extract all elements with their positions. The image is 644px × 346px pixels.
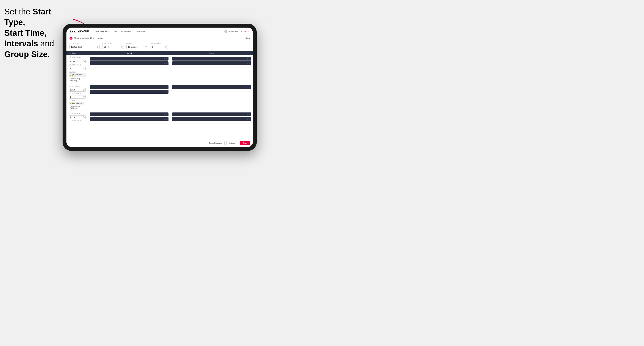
reset-changes-button[interactable]: Reset Changes (206, 141, 224, 145)
player-row-1-2: × ✎ (90, 61, 168, 65)
player-remove-3-1[interactable]: × ✎ (164, 86, 167, 88)
tee-sidebar-1: STARTING TIME: STARTING HOLE: 1 COURSE: … (66, 55, 88, 84)
course-remove-2[interactable]: × (82, 102, 84, 104)
intervals-group: Intervals 10 Minutes (126, 43, 148, 49)
tee-content-1: × ✎ × ✎ × ✎ × ✎ (88, 55, 253, 84)
player-remove-5-1[interactable]: × ✎ (164, 114, 167, 116)
player-row-4-1: × ✎ (172, 85, 251, 89)
team1-col-3: × ✎ × ✎ (88, 111, 170, 124)
tee-sidebar-2: STARTING TIME: STARTING HOLE: 1 COURSE: … (66, 84, 88, 111)
course-flag-icon-2: ⛳ (70, 102, 72, 104)
player-remove-4-1[interactable]: × ✎ (247, 86, 250, 88)
tablet-frame: SCOREBOARD Powered by clipp.io TOURNAMEN… (62, 24, 257, 151)
add-group-1[interactable]: + Add Group (68, 80, 86, 81)
sign-out-link[interactable]: Sign out (243, 30, 250, 32)
player-remove-3-2[interactable]: × ✎ (164, 91, 167, 93)
start-time-group: Start Time 10:00 (102, 43, 124, 49)
group-size-group: Group Size 3 (150, 43, 168, 49)
start-time-label: Start Time (102, 43, 124, 44)
player-row-2-1: × ✎ (172, 57, 251, 61)
team2-col-2: × ✎ (170, 84, 253, 111)
team2-col-3: × ✎ × ✎ (170, 111, 253, 124)
tee-content-3: × ✎ × ✎ × ✎ × ✎ (88, 111, 253, 124)
course-label-2: COURSE: (68, 100, 86, 101)
breadcrumb-bar: C Clippd Invitational (Me) › Hosting Bac… (66, 35, 253, 41)
starting-hole-select-2[interactable]: 1 (68, 95, 86, 99)
tee-group-2: STARTING TIME: STARTING HOLE: 1 COURSE: … (66, 84, 253, 111)
player-remove-5-2[interactable]: × ✎ (164, 118, 167, 120)
course-tag-2: ⛳ East Lake GC × (68, 102, 84, 105)
nav-tab-rankings[interactable]: RANKINGS (136, 30, 146, 33)
course-flag-icon: ⛳ (70, 74, 72, 76)
nav-tab-teams[interactable]: TEAMS (112, 30, 118, 33)
nav-bar: SCOREBOARD Powered by clipp.io TOURNAMEN… (66, 27, 253, 35)
instruction-middle: and (38, 39, 54, 48)
remove-group-2[interactable]: ○ Remove Group (68, 105, 86, 107)
footer-bar: Reset Changes Cancel Save (66, 139, 253, 147)
table-header: Tee Time Team 1 Team 2 (66, 51, 253, 55)
add-group-2[interactable]: + Add Group (68, 107, 86, 109)
nav-logo: SCOREBOARD Powered by clipp.io (70, 29, 89, 33)
nav-tab-committee[interactable]: COMMITTEE (121, 30, 133, 33)
logo-main: SCOREBOARD (70, 29, 89, 32)
starting-time-input-1[interactable] (68, 60, 86, 63)
instruction-text: Set the Start Type, Start Time, Interval… (4, 6, 67, 60)
add-group-icon-2: + (68, 107, 70, 109)
player-remove-1-1[interactable]: × ✎ (164, 58, 167, 60)
starting-time-label-2: STARTING TIME: (68, 86, 86, 87)
breadcrumb-left: C Clippd Invitational (Me) › Hosting (70, 37, 104, 40)
cancel-button[interactable]: Cancel (226, 141, 238, 145)
remove-group-icon-2: ○ (68, 105, 70, 107)
instruction-bold3: Intervals (4, 39, 38, 48)
tee-group-1: STARTING TIME: STARTING HOLE: 1 COURSE: … (66, 55, 253, 84)
tee-group-3: STARTING TIME: STARTING HOLE: × ✎ × ✎ (66, 111, 253, 124)
save-button[interactable]: Save (240, 141, 250, 145)
starting-hole-select-1[interactable]: 1 (68, 67, 86, 70)
start-type-select[interactable]: 1st Tee Start (70, 45, 100, 49)
start-type-label: Start Type (70, 43, 100, 44)
instruction-bold4: Group Size (4, 50, 48, 59)
back-button[interactable]: Back (246, 37, 250, 39)
team2-col-1: × ✎ × ✎ (170, 55, 253, 84)
course-name-2: East Lake GC (72, 102, 82, 104)
starting-time-input-3[interactable] (68, 116, 86, 119)
team1-col-1: × ✎ × ✎ (88, 55, 170, 84)
starting-hole-label-1: STARTING HOLE: (68, 64, 86, 66)
player-row-3-1: × ✎ (90, 85, 168, 89)
nav-user: blair@clippd.io | Sign out (224, 30, 250, 33)
breadcrumb-tournament[interactable]: Clippd Invitational (Me) (74, 37, 94, 39)
player-remove-1-2[interactable]: × ✎ (164, 62, 167, 64)
remove-group-icon-1: ○ (68, 78, 70, 79)
nav-tab-tournaments[interactable]: TOURNAMENTS (94, 30, 108, 33)
intervals-label: Intervals (126, 43, 148, 44)
player-remove-2-2[interactable]: × ✎ (247, 62, 250, 64)
player-row-6-1: × ✎ (172, 112, 251, 116)
group-size-label: Group Size (150, 43, 168, 44)
logo-sub: Powered by clipp.io (70, 32, 89, 33)
course-tag-1: ⛳ (A) Peachtree GC × (68, 73, 86, 77)
instruction-bold2: Start Time, (4, 28, 46, 37)
start-time-select[interactable]: 10:00 (102, 45, 124, 49)
starting-time-input-2[interactable] (68, 88, 86, 92)
instruction-suffix: . (48, 50, 50, 59)
player-row-5-1: × ✎ (90, 112, 168, 116)
instruction-prefix: Set the (4, 7, 32, 16)
nav-tabs: TOURNAMENTS TEAMS COMMITTEE RANKINGS (94, 30, 224, 33)
remove-group-1[interactable]: ○ Remove Group (68, 78, 86, 79)
starting-hole-label-2: STARTING HOLE: (68, 93, 86, 94)
breadcrumb-logo: C (70, 37, 72, 40)
intervals-select[interactable]: 10 Minutes (126, 45, 148, 49)
player-row-2-2: × ✎ (172, 61, 251, 65)
user-avatar (224, 30, 228, 33)
tablet-screen: SCOREBOARD Powered by clipp.io TOURNAMEN… (66, 27, 253, 147)
schedule-table: Tee Time Team 1 Team 2 STARTING TIME: ST… (66, 51, 253, 139)
start-type-group: Start Type 1st Tee Start (70, 43, 100, 49)
starting-hole-label-3: STARTING HOLE: (68, 120, 86, 122)
course-remove-1[interactable]: × (84, 74, 84, 76)
player-remove-2-1[interactable]: × ✎ (247, 58, 250, 60)
course-label-1: COURSE: (68, 71, 86, 73)
tee-content-2: × ✎ × ✎ × ✎ (88, 84, 253, 111)
player-remove-6-2[interactable]: × ✎ (247, 118, 250, 120)
group-size-select[interactable]: 3 (150, 45, 168, 49)
player-remove-6-1[interactable]: × ✎ (247, 114, 250, 116)
